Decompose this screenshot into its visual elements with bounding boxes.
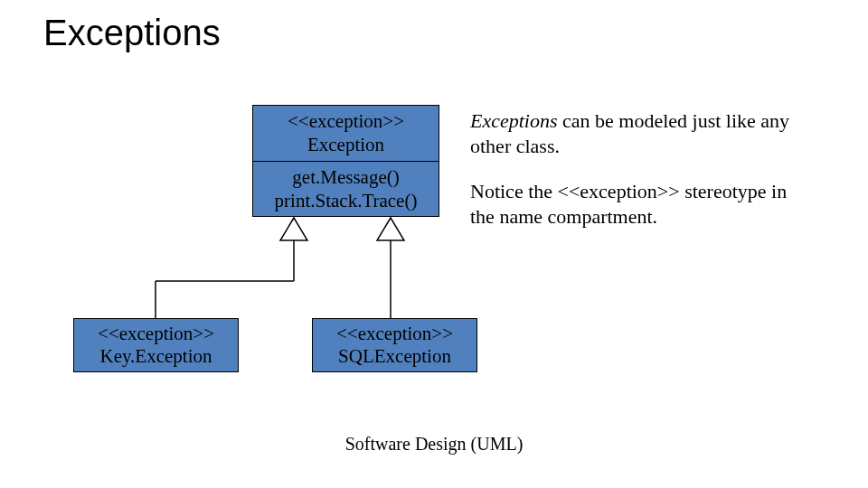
- uml-generalization-connectors: [0, 0, 868, 488]
- uml-class-key-exception: <<exception>> Key.Exception: [73, 318, 239, 372]
- uml-class-sql-exception: <<exception>> SQLException: [312, 318, 477, 372]
- note-modeled-like-class: Exceptions can be modeled just like any …: [470, 108, 814, 158]
- uml-name-compartment: <<exception>> Exception: [253, 106, 439, 161]
- note-italic-word: Exceptions: [470, 109, 558, 132]
- generalization-arrowhead-icon: [377, 218, 404, 240]
- uml-stereotype: <<exception>>: [336, 323, 453, 345]
- generalization-arrowhead-icon: [280, 218, 307, 240]
- uml-class-name: SQLException: [336, 345, 453, 368]
- slide-title: Exceptions: [43, 13, 221, 53]
- uml-stereotype: <<exception>>: [98, 323, 214, 345]
- uml-stereotype: <<exception>>: [259, 109, 433, 133]
- uml-class-name: Exception: [259, 133, 433, 156]
- uml-operation: get.Message(): [259, 165, 433, 189]
- note-stereotype: Notice the <<exception>> stereotype in t…: [470, 179, 814, 229]
- uml-operations-compartment: get.Message() print.Stack.Trace(): [253, 161, 439, 217]
- uml-operation: print.Stack.Trace(): [259, 189, 433, 212]
- uml-class-exception: <<exception>> Exception get.Message() pr…: [252, 105, 439, 217]
- uml-class-name: Key.Exception: [98, 345, 214, 368]
- footer-text: Software Design (UML): [0, 434, 868, 455]
